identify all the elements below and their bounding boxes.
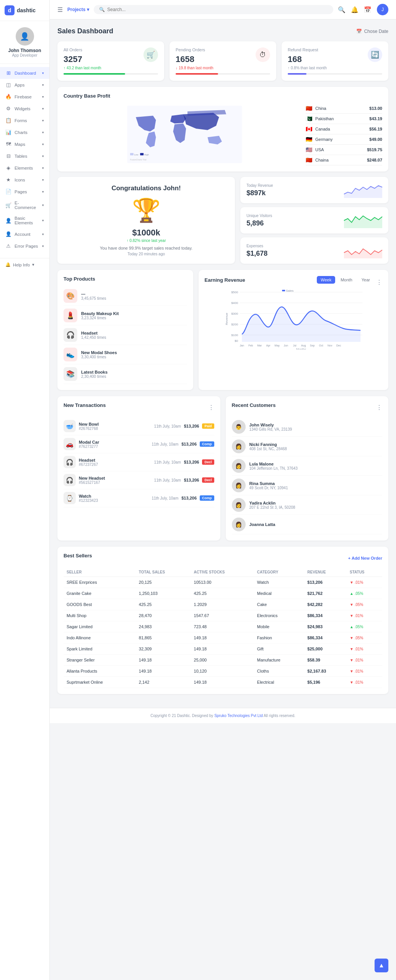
more-icon[interactable]: ⋮	[376, 404, 382, 411]
topbar-icons: 🔍 🔔 📅 J	[338, 4, 388, 15]
sidebar-item-basic-elements[interactable]: 👤 Basic Elements ▾	[0, 213, 49, 228]
calendar-icon[interactable]: 📅	[364, 6, 372, 13]
top-products-title: Top Products	[64, 276, 187, 282]
sidebar-item-firebase[interactable]: 🔥 Firebase ▾	[0, 91, 49, 103]
bell-icon: 🔔	[5, 262, 11, 267]
sidebar-item-ecommerce[interactable]: 🛒 E-Commerce ▾	[0, 198, 49, 213]
progress-bar	[288, 73, 306, 75]
orders-icon: 🛒	[143, 47, 158, 62]
svg-rect-1	[130, 153, 134, 155]
chevron-down-icon: ▾	[42, 166, 44, 170]
sidebar-item-error-pages[interactable]: ⚠ Error Pages ▾	[0, 240, 49, 252]
sidebar-item-forms[interactable]: 📋 Forms ▾	[0, 114, 49, 126]
category: Cloths	[254, 666, 305, 677]
sidebar-item-pages[interactable]: 📄 Pages ▾	[0, 186, 49, 198]
more-icon[interactable]: ⋮	[376, 279, 382, 286]
congrats-metrics-row: Congratulations John! 🏆 $1000k ↑ 0.82% s…	[57, 177, 388, 264]
tx-date: 11th July, 10am	[152, 442, 178, 446]
tab-month[interactable]: Month	[337, 276, 356, 284]
customer-row: 👩 Nicki Fanning 408 1st St, NC, 28468	[232, 437, 383, 456]
more-icon[interactable]: ⋮	[208, 404, 214, 411]
firebase-icon: 🔥	[5, 94, 11, 100]
tx-amount: $13,206	[184, 424, 199, 428]
expenses-sparkline	[344, 243, 382, 258]
product-details: Beauty Makeup Kit 3,23,324 times	[81, 311, 119, 320]
sidebar-item-icons[interactable]: ★ Icons ▾	[0, 174, 49, 186]
seller-name: Sagar Limited	[64, 621, 136, 632]
category: Fashion	[254, 632, 305, 644]
active-stocks: 10,120	[191, 666, 254, 677]
product-row: 🎨 — 3,45,675 times	[64, 286, 187, 306]
search-input[interactable]	[107, 7, 328, 12]
country-profit-card: Country Base Profit	[57, 87, 388, 172]
svg-marker-6	[344, 186, 382, 198]
tab-week[interactable]: Week	[317, 276, 335, 284]
transactions-customers-row: New Transactions ⋮ 🥣 New Bowl #26762768 …	[57, 396, 388, 541]
scroll-to-top-button[interactable]: ▲	[375, 959, 388, 972]
add-order-button[interactable]: + Add New Order	[348, 556, 382, 560]
country-value: $56.19	[369, 127, 382, 131]
help-info[interactable]: 🔔 Help Info ▾	[0, 258, 49, 271]
product-row: 👟 New Modal Shoes 3,30,400 times	[64, 345, 187, 364]
sidebar-item-apps[interactable]: ◫ Apps ▾	[0, 79, 49, 91]
active-stocks: 1.2029	[191, 599, 254, 610]
transactions-header: New Transactions ⋮	[64, 402, 214, 413]
customer-row: 👩 Joanna Latta	[232, 515, 383, 534]
footer-link[interactable]: Spruko Technologies Pvt Ltd	[214, 714, 263, 718]
status: ▲ .05%	[347, 621, 382, 632]
country-list: 🇨🇳 China $13.00 🇵🇰 Pakisthan $43.19 🇨🇦 C…	[306, 103, 382, 165]
table-row: SREE Enrprices 20,125 10513.00 Watch $13…	[64, 577, 382, 588]
transaction-row: 🚗 Modal Car #76273277 11th July, 10am $1…	[64, 435, 214, 453]
recent-customers-card: Recent Customers ⋮ 👨 John Wisely 1340 Gi…	[226, 396, 389, 541]
sidebar-item-account[interactable]: 👤 Account ▾	[0, 228, 49, 240]
search-icon[interactable]: 🔍	[338, 6, 345, 13]
seller-name: Allanta Products	[64, 666, 136, 677]
product-times: 3,45,675 times	[81, 296, 106, 301]
product-times: 1,42,450 times	[81, 335, 106, 340]
sidebar-item-dashboard[interactable]: ⊞ Dashboard ▾	[0, 67, 49, 79]
status: ▼ .01%	[347, 644, 382, 655]
transaction-row: 🎧 New Headset #561527167 11th July, 10am…	[64, 471, 214, 489]
revenue: $25,000	[304, 644, 347, 655]
congrats-title: Congratulations John!	[65, 185, 227, 192]
sidebar-item-elements[interactable]: ◈ Elements ▾	[0, 162, 49, 174]
sidebar-item-tables[interactable]: ⊟ Tables ▾	[0, 150, 49, 162]
sidebar-item-maps[interactable]: 🗺 Maps ▾	[0, 138, 49, 150]
projects-dropdown[interactable]: Projects ▾	[67, 7, 89, 12]
customer-name: Lula Malone	[249, 462, 298, 466]
arrow-up-icon: ↑	[64, 66, 65, 70]
country-name: Canada	[315, 127, 366, 131]
customer-address: 1340 Gills Rd, VA, 23139	[249, 427, 292, 431]
table-row: Spark Limited 32,309 149.18 Gift $25,000…	[64, 644, 382, 655]
date-picker[interactable]: 📅 Chose Date	[356, 29, 388, 34]
country-row: 🇨🇳 Chaina $248.07	[306, 155, 382, 165]
bell-icon[interactable]: 🔔	[351, 6, 359, 13]
category: Cake	[254, 599, 305, 610]
icons-icon: ★	[5, 177, 11, 183]
metric-value: 5,896	[246, 219, 272, 227]
revenue: $86,334	[304, 632, 347, 644]
product-image: 💄	[64, 309, 77, 322]
menu-icon[interactable]: ☰	[57, 6, 63, 13]
tab-year[interactable]: Year	[358, 276, 374, 284]
col-status: STATUS	[347, 568, 382, 577]
sidebar-navigation: ⊞ Dashboard ▾ ◫ Apps ▾ 🔥 Firebase ▾ ⚙ Wi…	[0, 64, 49, 255]
user-avatar[interactable]: J	[377, 4, 388, 15]
tx-status-badge: Decl	[202, 477, 214, 483]
transaction-row: ⌚ Watch #12323423 11th July, 10am $13,20…	[64, 489, 214, 507]
flag-icon: 🇵🇰	[306, 116, 312, 122]
product-name: New Modal Shoes	[81, 350, 117, 355]
total-sales: 81,865	[136, 632, 191, 644]
sidebar-item-widgets[interactable]: ⚙ Widgets ▾	[0, 103, 49, 114]
tx-name: Watch	[79, 494, 148, 498]
active-stocks: 10513.00	[191, 577, 254, 588]
tx-amount: $13,206	[181, 442, 197, 446]
customer-name: Rina Summa	[249, 481, 288, 486]
tx-image: 🚗	[64, 438, 76, 450]
sidebar-item-charts[interactable]: 📊 Charts ▾	[0, 126, 49, 138]
revenue: $2,167.83	[304, 666, 347, 677]
category: Medical	[254, 588, 305, 599]
product-details: — 3,45,675 times	[81, 292, 106, 301]
active-stocks: 149.18	[191, 644, 254, 655]
country-row: 🇨🇦 Canada $56.19	[306, 124, 382, 134]
